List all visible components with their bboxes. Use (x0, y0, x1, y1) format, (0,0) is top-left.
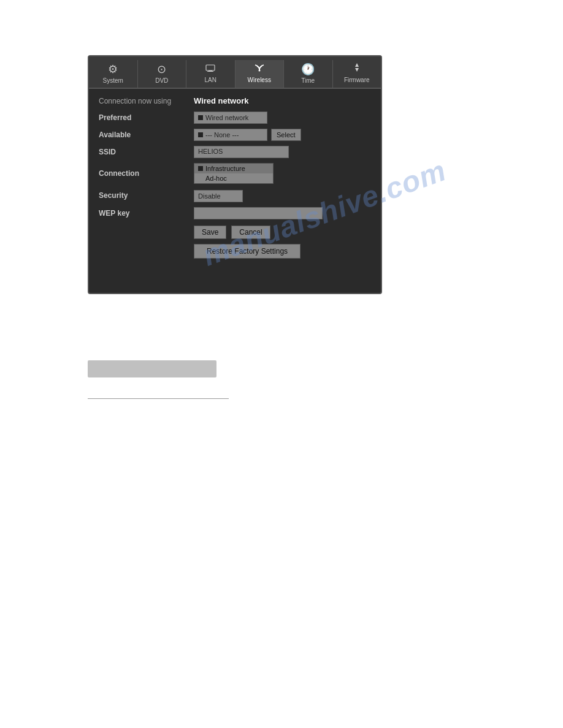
page: ⚙ System ⊙ DVD LAN (0, 0, 563, 728)
dvd-icon: ⊙ (157, 63, 166, 76)
time-icon: 🕐 (301, 63, 315, 76)
time-tab-label: Time (301, 77, 315, 84)
device-screen: ⚙ System ⊙ DVD LAN (88, 55, 382, 294)
security-row: Security Disable (99, 189, 371, 202)
connection-dropdown-box[interactable]: Infrastructure Ad-hoc (194, 163, 274, 184)
tab-dvd[interactable]: ⊙ DVD (138, 60, 187, 88)
nav-tabs: ⚙ System ⊙ DVD LAN (89, 56, 381, 89)
system-tab-label: System (103, 77, 123, 84)
connection-now-using-value: Wired network (194, 96, 248, 105)
svg-marker-5 (355, 68, 359, 72)
content-area: Connection now using Wired network Prefe… (89, 89, 381, 266)
preferred-label: Preferred (99, 113, 194, 122)
available-value-container: --- None --- Select (194, 129, 371, 141)
system-icon: ⚙ (108, 63, 118, 76)
security-label: Security (99, 191, 194, 200)
gray-bar (88, 360, 216, 377)
ssid-row: SSID HELIOS (99, 146, 371, 158)
connection-dropdown: Infrastructure Ad-hoc (194, 163, 371, 184)
connection-label: Connection (99, 169, 194, 178)
security-value-container: Disable (194, 189, 371, 202)
action-buttons: Save Cancel (99, 226, 371, 239)
preferred-row: Preferred Wired network (99, 112, 371, 124)
tab-time[interactable]: 🕐 Time (284, 60, 333, 88)
security-text: Disable (198, 192, 221, 200)
lan-tab-label: LAN (205, 77, 216, 83)
wireless-tab-label: Wireless (248, 77, 271, 83)
select-button[interactable]: Select (271, 129, 301, 141)
firmware-tab-label: Firmware (344, 77, 370, 83)
adhoc-text: Ad-hoc (198, 175, 227, 182)
svg-rect-0 (206, 65, 215, 70)
horizontal-line (88, 398, 229, 399)
wep-key-label: WEP key (99, 209, 194, 218)
ssid-input[interactable]: HELIOS (194, 146, 289, 158)
connection-status-row: Connection now using Wired network (99, 96, 371, 105)
infrastructure-text: Infrastructure (205, 165, 245, 172)
firmware-icon (352, 63, 362, 75)
available-dot (198, 132, 203, 137)
ssid-value-container: HELIOS (194, 146, 371, 158)
available-input[interactable]: --- None --- (194, 129, 267, 141)
preferred-text: Wired network (205, 114, 248, 121)
ssid-text: HELIOS (198, 148, 223, 155)
preferred-value-container: Wired network (194, 112, 371, 124)
wep-key-value-container (194, 207, 371, 219)
tab-firmware[interactable]: Firmware (333, 60, 381, 88)
available-text: --- None --- (205, 131, 239, 138)
restore-factory-button[interactable]: Restore Factory Settings (194, 244, 301, 259)
security-input[interactable]: Disable (194, 190, 243, 202)
connection-row: Connection Infrastructure Ad-hoc (99, 163, 371, 184)
wep-key-row: WEP key (99, 207, 371, 219)
tab-lan[interactable]: LAN (186, 60, 236, 88)
save-button[interactable]: Save (194, 226, 226, 239)
wep-key-input[interactable] (194, 207, 323, 219)
tab-wireless[interactable]: Wireless (236, 60, 285, 88)
available-label: Available (99, 131, 194, 139)
svg-marker-4 (355, 63, 359, 67)
svg-rect-2 (207, 71, 213, 72)
connection-option-adhoc[interactable]: Ad-hoc (194, 173, 273, 183)
restore-row: Restore Factory Settings (99, 244, 371, 259)
svg-point-3 (258, 70, 260, 72)
tab-system[interactable]: ⚙ System (89, 60, 138, 88)
dvd-tab-label: DVD (155, 77, 168, 84)
preferred-input[interactable]: Wired network (194, 112, 267, 124)
infrastructure-dot (198, 166, 203, 171)
ssid-label: SSID (99, 148, 194, 156)
connection-option-infrastructure[interactable]: Infrastructure (194, 164, 273, 173)
cancel-button[interactable]: Cancel (231, 226, 270, 239)
preferred-dot (198, 115, 203, 120)
available-row: Available --- None --- Select (99, 129, 371, 141)
lan-icon (205, 63, 216, 75)
connection-now-using-label: Connection now using (99, 97, 194, 105)
wireless-icon (253, 63, 266, 75)
